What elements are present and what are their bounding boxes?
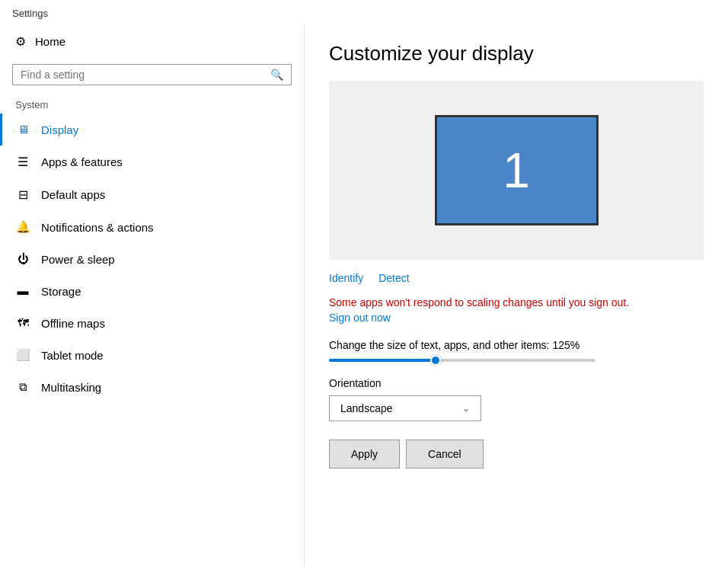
power-icon [15, 252, 30, 266]
sidebar-item-notifications[interactable]: Notifications & actions [0, 211, 304, 243]
sidebar-item-label-notifications: Notifications & actions [41, 221, 154, 234]
sidebar-item-power-sleep[interactable]: Power & sleep [0, 243, 304, 275]
multi-icon [15, 380, 30, 394]
system-section-label: System [0, 94, 304, 114]
apply-button[interactable]: Apply [329, 440, 400, 468]
search-input[interactable] [21, 69, 270, 81]
search-icon: 🔍 [270, 69, 283, 81]
cancel-button[interactable]: Cancel [406, 440, 484, 468]
orientation-value: Landscape [340, 402, 393, 414]
sidebar-item-storage[interactable]: Storage [0, 275, 304, 307]
sidebar-item-label-multi: Multitasking [41, 381, 101, 394]
sidebar-item-label-default: Default apps [41, 188, 105, 201]
sidebar-item-label-offline: Offline maps [41, 317, 105, 330]
home-item[interactable]: Home [0, 24, 304, 59]
display-links: Identify Detect [329, 272, 704, 284]
monitor-box: 1 [435, 115, 599, 225]
sidebar-item-default-apps[interactable]: Default apps [0, 178, 304, 211]
slider-thumb[interactable] [430, 355, 441, 366]
app-title: Settings [12, 8, 48, 19]
orientation-label: Orientation [329, 377, 704, 389]
sidebar-item-label-power: Power & sleep [41, 253, 115, 266]
sidebar-item-label-tablet: Tablet mode [41, 349, 104, 362]
detect-link[interactable]: Detect [378, 272, 409, 284]
main-layout: Home 🔍 System Display Apps & features De… [0, 24, 728, 566]
page-title: Customize your display [329, 42, 704, 66]
monitor-number: 1 [503, 142, 530, 199]
sidebar-item-label-apps: Apps & features [41, 155, 123, 168]
content-area: Customize your display 1 Identify Detect… [305, 24, 728, 566]
sidebar: Home 🔍 System Display Apps & features De… [0, 24, 305, 566]
notifications-icon [15, 220, 30, 234]
display-preview: 1 [329, 81, 704, 260]
search-box[interactable]: 🔍 [12, 64, 292, 85]
scale-slider-container[interactable] [329, 359, 595, 362]
sidebar-item-multitasking[interactable]: Multitasking [0, 371, 304, 403]
display-icon [15, 123, 30, 136]
home-icon [15, 34, 26, 49]
offline-maps-icon [15, 316, 30, 330]
apps-icon [15, 155, 30, 169]
scale-label: Change the size of text, apps, and other… [329, 339, 704, 351]
sidebar-item-label-display: Display [41, 123, 78, 136]
tablet-icon [15, 348, 30, 362]
sign-out-link[interactable]: Sign out now [329, 312, 704, 324]
chevron-down-icon: ⌄ [462, 403, 470, 414]
title-bar: Settings [0, 0, 728, 24]
sidebar-item-label-storage: Storage [41, 285, 81, 298]
slider-track [329, 359, 595, 362]
orientation-dropdown[interactable]: Landscape ⌄ [329, 395, 481, 421]
sidebar-item-offline-maps[interactable]: Offline maps [0, 307, 304, 339]
default-apps-icon [15, 187, 30, 202]
home-label: Home [35, 35, 65, 48]
sidebar-item-tablet-mode[interactable]: Tablet mode [0, 339, 304, 371]
identify-link[interactable]: Identify [329, 272, 363, 284]
sidebar-item-apps-features[interactable]: Apps & features [0, 145, 304, 178]
warning-text: Some apps won't respond to scaling chang… [329, 296, 704, 309]
storage-icon [15, 284, 30, 298]
slider-fill [329, 359, 436, 362]
sidebar-item-display[interactable]: Display [0, 114, 304, 145]
button-row: Apply Cancel [329, 440, 704, 468]
